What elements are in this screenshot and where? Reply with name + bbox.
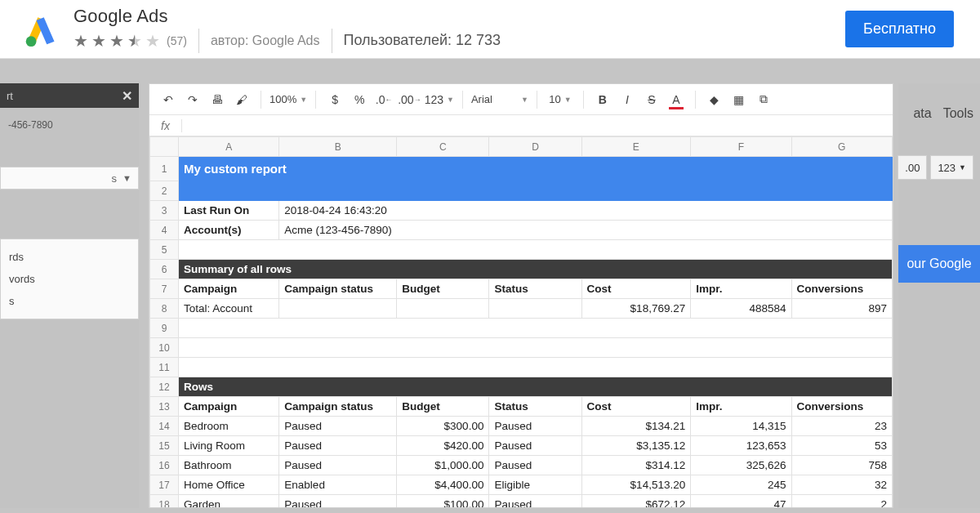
- phone-text: -456-7890: [0, 108, 139, 142]
- last-run-value[interactable]: 2018-04-24 16:43:20: [279, 201, 893, 221]
- primary-action-button[interactable]: our Google: [898, 245, 980, 283]
- formula-input[interactable]: [182, 115, 893, 136]
- row-header[interactable]: 7: [150, 279, 179, 299]
- spreadsheet-toolbar: ↶ ↷ 🖶 🖌 100%▼ $ % .0← .00→ 123▼ Arial▼ 1…: [149, 84, 893, 115]
- star-icon: ★: [91, 33, 106, 49]
- table-row: 15 Living Room Paused $420.00 Paused $3,…: [150, 436, 893, 456]
- addon-users: Пользователей: 12 733: [344, 32, 501, 49]
- row-header[interactable]: 12: [150, 377, 179, 397]
- addon-author: автор: Google Ads: [211, 33, 320, 48]
- last-run-label: Last Run On: [184, 204, 249, 216]
- spreadsheet-panel: ↶ ↷ 🖶 🖌 100%▼ $ % .0← .00→ 123▼ Arial▼ 1…: [149, 83, 893, 508]
- row-header[interactable]: 11: [150, 358, 179, 377]
- row-header[interactable]: 9: [150, 319, 179, 338]
- column-header[interactable]: D: [489, 137, 581, 157]
- column-header[interactable]: F: [691, 137, 791, 157]
- row-header[interactable]: 14: [150, 417, 179, 436]
- row-header[interactable]: 5: [150, 240, 179, 260]
- rating-stars: ★ ★ ★ ★ ★ ★ (57): [74, 33, 187, 49]
- chevron-down-icon: ▼: [122, 173, 131, 183]
- addon-title: Google Ads: [74, 6, 501, 27]
- menu-item[interactable]: ata: [913, 106, 931, 121]
- accounts-label: Account(s): [184, 224, 242, 236]
- star-half-icon: ★ ★: [127, 33, 142, 49]
- row-header[interactable]: 6: [150, 260, 179, 279]
- bold-button[interactable]: B: [592, 88, 613, 111]
- toolbar-btn[interactable]: .00: [898, 155, 927, 180]
- redo-icon[interactable]: ↷: [182, 88, 203, 111]
- more-formats-dropdown[interactable]: 123▼: [425, 88, 454, 111]
- list-item[interactable]: rds: [1, 246, 138, 268]
- italic-button[interactable]: I: [617, 88, 638, 111]
- rating-count: (57): [167, 34, 187, 47]
- undo-icon[interactable]: ↶: [158, 88, 179, 111]
- row-header[interactable]: 1: [150, 157, 179, 181]
- select-all-corner[interactable]: [150, 137, 179, 157]
- fill-color-button[interactable]: ◆: [704, 88, 725, 111]
- options-list: rds vords s: [0, 239, 139, 319]
- list-item[interactable]: vords: [1, 268, 138, 290]
- decrease-decimal-button[interactable]: .0←: [373, 88, 394, 111]
- text-color-button[interactable]: A: [666, 88, 687, 111]
- google-ads-logo-icon: [23, 11, 59, 47]
- dropdown-field[interactable]: s ▼: [0, 167, 139, 190]
- row-header[interactable]: 17: [150, 475, 179, 495]
- row-header[interactable]: 18: [150, 495, 179, 508]
- separator: [198, 29, 199, 53]
- increase-decimal-button[interactable]: .00→: [398, 88, 421, 111]
- row-header[interactable]: 2: [150, 181, 179, 201]
- format-currency-button[interactable]: $: [324, 88, 345, 111]
- font-size-dropdown[interactable]: 10▼: [546, 88, 575, 111]
- row-header[interactable]: 13: [150, 397, 179, 417]
- menu-item[interactable]: Tools: [943, 106, 973, 121]
- table-row: 18 Garden Paused $100.00 Paused $672.12 …: [150, 495, 893, 508]
- paint-format-icon[interactable]: 🖌: [231, 88, 252, 111]
- background-panel-left: rt ✕ -456-7890 s ▼ rds vords s: [0, 83, 139, 508]
- column-header[interactable]: C: [397, 137, 489, 157]
- list-item[interactable]: s: [1, 290, 138, 312]
- column-header[interactable]: B: [279, 137, 397, 157]
- format-percent-button[interactable]: %: [349, 88, 370, 111]
- panel-title: rt: [7, 90, 13, 102]
- column-header[interactable]: E: [581, 137, 691, 157]
- fx-label: fx: [149, 119, 182, 132]
- svg-point-0: [26, 36, 37, 47]
- row-header[interactable]: 15: [150, 436, 179, 456]
- row-header[interactable]: 16: [150, 456, 179, 475]
- row-header[interactable]: 4: [150, 221, 179, 240]
- summary-section-title[interactable]: Summary of all rows: [178, 260, 892, 279]
- table-row: 17 Home Office Enabled $4,400.00 Eligibl…: [150, 475, 893, 495]
- accounts-value[interactable]: Acme (123-456-7890): [279, 221, 893, 240]
- star-empty-icon: ★: [145, 33, 160, 49]
- separator: [332, 29, 332, 53]
- rows-section-title[interactable]: Rows: [178, 377, 892, 397]
- table-row: 14 Bedroom Paused $300.00 Paused $134.21…: [150, 417, 893, 436]
- print-icon[interactable]: 🖶: [207, 88, 228, 111]
- table-row: 16 Bathroom Paused $1,000.00 Paused $314…: [150, 456, 893, 475]
- background-panel-right: ata Tools .00 123 ▼ our Google: [898, 83, 980, 508]
- row-header[interactable]: 8: [150, 299, 179, 319]
- row-header[interactable]: 3: [150, 201, 179, 221]
- borders-button[interactable]: ▦: [728, 88, 750, 111]
- toolbar-btn[interactable]: 123 ▼: [930, 155, 973, 180]
- store-header: Google Ads ★ ★ ★ ★ ★ ★ (57) автор: Googl…: [0, 0, 980, 59]
- report-title[interactable]: My custom report: [178, 157, 892, 181]
- star-icon: ★: [74, 33, 88, 49]
- merge-cells-button[interactable]: ⧉: [753, 88, 774, 111]
- font-family-dropdown[interactable]: Arial▼: [471, 88, 528, 111]
- star-icon: ★: [109, 33, 124, 49]
- spreadsheet-grid[interactable]: A B C D E F G 1 My custom report 2 3 Las…: [149, 136, 893, 507]
- row-header[interactable]: 10: [150, 338, 179, 358]
- strikethrough-button[interactable]: S: [641, 88, 662, 111]
- zoom-dropdown[interactable]: 100%▼: [270, 88, 307, 111]
- column-header[interactable]: G: [791, 137, 892, 157]
- column-header[interactable]: A: [178, 137, 278, 157]
- install-button[interactable]: Бесплатно: [845, 11, 954, 47]
- label-s: s: [111, 172, 117, 185]
- chevron-down-icon: ▼: [959, 163, 966, 172]
- close-icon[interactable]: ✕: [122, 88, 132, 104]
- formula-bar: fx: [149, 115, 893, 136]
